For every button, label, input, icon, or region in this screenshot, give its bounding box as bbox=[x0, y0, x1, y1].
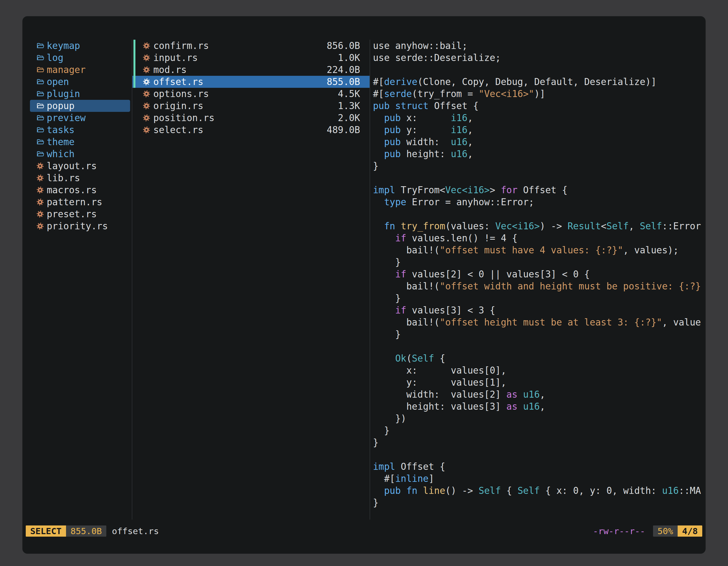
code-line: #[serde(try_from = "Vec<i16>")] bbox=[373, 88, 706, 100]
sidebar-item-log[interactable]: log bbox=[30, 52, 130, 64]
sidebar-item-label: preview bbox=[47, 112, 86, 123]
code-line bbox=[373, 64, 706, 76]
folder-open-icon bbox=[36, 150, 44, 158]
file-row-input-rs[interactable]: input.rs1.0K bbox=[132, 52, 370, 64]
code-line: bail!("offset must have 4 values: {:?}",… bbox=[373, 244, 706, 256]
sidebar-item-pattern-rs[interactable]: pattern.rs bbox=[30, 196, 130, 208]
file-name: confirm.rs bbox=[153, 40, 209, 51]
file-row-confirm-rs[interactable]: confirm.rs856.0B bbox=[132, 40, 370, 52]
code-line bbox=[373, 172, 706, 184]
file-size: 2.0K bbox=[338, 112, 360, 123]
sidebar-item-label: macros.rs bbox=[47, 185, 97, 196]
file-name: offset.rs bbox=[153, 76, 203, 87]
folder-open-icon bbox=[36, 66, 44, 74]
code-line: fn try_from(values: Vec<i16>) -> Result<… bbox=[373, 220, 706, 232]
sidebar-item-label: manager bbox=[47, 64, 86, 75]
code-line: #[inline] bbox=[373, 473, 706, 485]
rust-file-icon bbox=[36, 210, 44, 218]
code-line: width: values[2] as u16, bbox=[373, 388, 706, 400]
rust-file-icon bbox=[36, 222, 44, 230]
selection-marker bbox=[133, 64, 135, 76]
folder-open-icon bbox=[36, 126, 44, 134]
file-size: 224.0B bbox=[327, 64, 360, 75]
sidebar-item-tasks[interactable]: tasks bbox=[30, 124, 130, 136]
code-line: } bbox=[373, 328, 706, 340]
rust-file-icon bbox=[36, 174, 44, 182]
code-line: height: values[3] as u16, bbox=[373, 400, 706, 412]
file-manager-window: keymaplogmanageropenpluginpopuppreviewta… bbox=[22, 16, 706, 554]
rust-file-icon bbox=[143, 126, 150, 134]
file-name: position.rs bbox=[153, 112, 215, 123]
sidebar-item-label: priority.rs bbox=[47, 221, 108, 232]
folder-open-icon bbox=[36, 138, 44, 146]
code-line: } bbox=[373, 424, 706, 436]
code-line: type Error = anyhow::Error; bbox=[373, 196, 706, 208]
code-line: } bbox=[373, 256, 706, 268]
sidebar-item-label: which bbox=[47, 149, 74, 159]
file-size: 855.0B bbox=[327, 76, 360, 87]
hovered-file-name: offset.rs bbox=[112, 526, 159, 536]
file-row-mod-rs[interactable]: mod.rs224.0B bbox=[132, 64, 370, 76]
rust-file-icon bbox=[143, 66, 150, 74]
sidebar-item-label: plugin bbox=[47, 88, 80, 99]
mode-indicator: SELECT bbox=[26, 525, 66, 537]
current-pane: confirm.rs856.0Binput.rs1.0Kmod.rs224.0B… bbox=[132, 40, 370, 520]
selection-marker bbox=[133, 76, 135, 88]
sidebar-item-preview[interactable]: preview bbox=[30, 112, 130, 124]
sidebar-item-label: preset.rs bbox=[47, 209, 97, 220]
file-name: options.rs bbox=[153, 88, 209, 99]
sidebar-item-theme[interactable]: theme bbox=[30, 136, 130, 148]
file-row-offset-rs[interactable]: offset.rs855.0B bbox=[132, 76, 370, 88]
hovered-file-size: 855.0B bbox=[66, 525, 106, 537]
sidebar-item-keymap[interactable]: keymap bbox=[30, 40, 130, 52]
file-permissions: -rw-r--r-- bbox=[593, 526, 645, 536]
code-line: } bbox=[373, 497, 706, 509]
status-bar: SELECT 855.0B offset.rs -rw-r--r-- 50% 4… bbox=[22, 525, 706, 537]
code-line: pub y: i16, bbox=[373, 124, 706, 136]
sidebar-item-layout-rs[interactable]: layout.rs bbox=[30, 160, 130, 172]
sidebar-item-label: open bbox=[47, 76, 69, 87]
sidebar-item-lib-rs[interactable]: lib.rs bbox=[30, 172, 130, 184]
code-line: x: values[0], bbox=[373, 364, 706, 376]
folder-open-icon bbox=[36, 102, 44, 110]
scroll-percentage: 50% bbox=[653, 525, 678, 537]
preview-pane: use anyhow::bail;use serde::Deserialize;… bbox=[370, 40, 706, 520]
file-row-origin-rs[interactable]: origin.rs1.3K bbox=[132, 100, 370, 112]
sidebar-item-manager[interactable]: manager bbox=[30, 64, 130, 76]
parent-pane: keymaplogmanageropenpluginpopuppreviewta… bbox=[22, 40, 132, 520]
code-line: } bbox=[373, 160, 706, 172]
file-name: input.rs bbox=[153, 52, 198, 63]
file-row-options-rs[interactable]: options.rs4.5K bbox=[132, 88, 370, 100]
sidebar-item-plugin[interactable]: plugin bbox=[30, 88, 130, 100]
file-size: 1.0K bbox=[338, 52, 360, 63]
sidebar-item-priority-rs[interactable]: priority.rs bbox=[30, 220, 130, 232]
code-line: } bbox=[373, 292, 706, 304]
code-line: use serde::Deserialize; bbox=[373, 52, 706, 64]
rust-file-icon bbox=[36, 162, 44, 170]
status-bar-right: -rw-r--r-- 50% 4/8 bbox=[593, 525, 702, 537]
code-line: bail!("offset width and height must be p… bbox=[373, 280, 706, 292]
file-name: mod.rs bbox=[153, 64, 187, 75]
rust-file-icon bbox=[143, 42, 150, 50]
file-size: 489.0B bbox=[327, 125, 360, 135]
sidebar-item-which[interactable]: which bbox=[30, 148, 130, 160]
folder-open-icon bbox=[36, 114, 44, 122]
rust-file-icon bbox=[143, 54, 150, 62]
sidebar-item-preset-rs[interactable]: preset.rs bbox=[30, 208, 130, 220]
sidebar-item-label: theme bbox=[47, 137, 74, 147]
code-line: if values.len() != 4 { bbox=[373, 232, 706, 244]
rust-file-icon bbox=[143, 90, 150, 98]
code-line: impl TryFrom<Vec<i16>> for Offset { bbox=[373, 184, 706, 196]
code-line: Ok(Self { bbox=[373, 352, 706, 364]
code-line: if values[3] < 3 { bbox=[373, 304, 706, 316]
code-line bbox=[373, 448, 706, 461]
sidebar-item-macros-rs[interactable]: macros.rs bbox=[30, 184, 130, 196]
selection-marker bbox=[133, 52, 135, 64]
selection-marker bbox=[133, 40, 135, 52]
sidebar-item-popup[interactable]: popup bbox=[30, 100, 130, 112]
file-row-select-rs[interactable]: select.rs489.0B bbox=[132, 124, 370, 136]
code-line bbox=[373, 340, 706, 352]
rust-file-icon bbox=[143, 78, 150, 86]
file-row-position-rs[interactable]: position.rs2.0K bbox=[132, 112, 370, 124]
sidebar-item-open[interactable]: open bbox=[30, 76, 130, 88]
